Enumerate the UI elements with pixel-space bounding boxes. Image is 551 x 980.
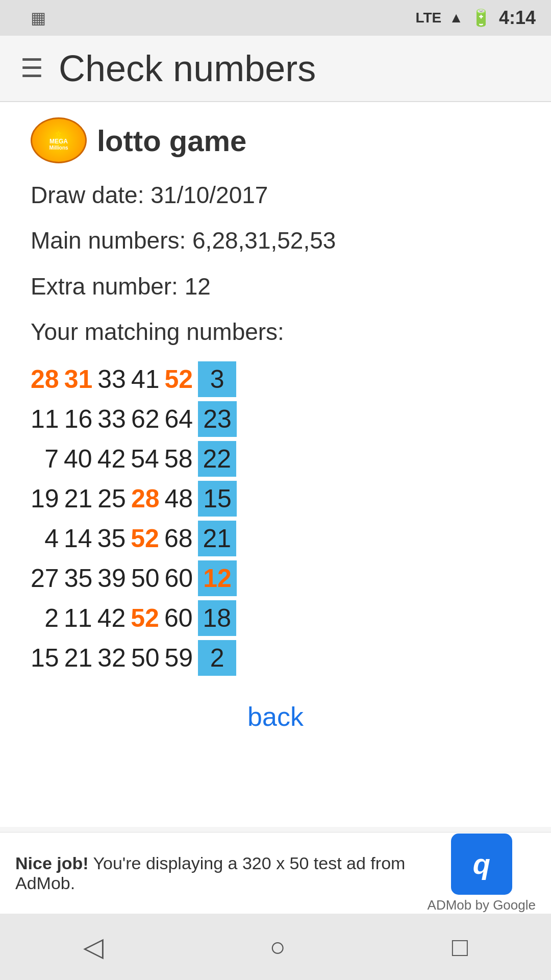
number-cell: 14 <box>64 524 97 553</box>
extra-number-cell: 15 <box>198 481 237 517</box>
ad-text: Nice job! You're displaying a 320 x 50 t… <box>15 853 417 893</box>
number-cell: 62 <box>131 404 165 434</box>
numbers-grid: 2831334152311163362642374042545822192125… <box>31 361 520 676</box>
number-cell: 40 <box>64 444 97 474</box>
number-cell: 59 <box>165 643 198 673</box>
extra-number: Extra number: 12 <box>31 270 520 303</box>
back-button[interactable]: back <box>247 701 304 732</box>
main-content: ☆ MEGA Millions lotto game Draw date: 31… <box>0 102 551 827</box>
number-cell: 25 <box>97 484 131 513</box>
menu-icon[interactable]: ☰ <box>20 54 43 83</box>
number-cell: 19 <box>31 484 64 513</box>
admob-logo: q <box>451 834 512 895</box>
number-cell: 16 <box>64 404 98 434</box>
number-cell: 58 <box>164 444 198 474</box>
number-cell: 39 <box>97 564 131 593</box>
notification-icons: ▦ <box>31 8 46 28</box>
nav-home-button[interactable]: ○ <box>270 932 286 962</box>
number-cell: 4 <box>31 524 64 553</box>
main-numbers: Main numbers: 6,28,31,52,53 <box>31 224 520 257</box>
number-cell: 33 <box>97 404 131 434</box>
number-cell: 21 <box>64 484 98 513</box>
number-cell: 11 <box>64 603 97 633</box>
number-cell: 41 <box>131 364 165 394</box>
number-cell: 28 <box>31 364 64 394</box>
number-cell: 42 <box>97 603 131 633</box>
number-cell: 32 <box>97 643 131 673</box>
game-title: lotto game <box>97 124 246 158</box>
table-row: 192125284815 <box>31 481 520 517</box>
nav-bar: ◁ ○ □ <box>0 914 551 980</box>
number-cell: 52 <box>131 603 164 633</box>
number-cell: 21 <box>64 643 98 673</box>
number-cell: 35 <box>97 524 131 553</box>
number-cell: 68 <box>164 524 198 553</box>
extra-number-cell: 12 <box>198 560 237 596</box>
number-cell: 7 <box>31 444 64 474</box>
table-row: 273539506012 <box>31 560 520 596</box>
number-cell: 27 <box>31 564 64 593</box>
lte-indicator: LTE <box>415 10 441 26</box>
number-cell: 15 <box>31 643 64 673</box>
status-icons: LTE ▲ 🔋 4:14 <box>415 7 536 29</box>
table-row: 21142526018 <box>31 600 520 636</box>
draw-date: Draw date: 31/10/2017 <box>31 179 520 211</box>
number-cell: 60 <box>165 564 198 593</box>
admob-tagline: ADMob by Google <box>428 897 536 913</box>
signal-icon: ▲ <box>449 10 463 26</box>
number-cell: 54 <box>131 444 164 474</box>
number-cell: 52 <box>131 524 164 553</box>
mega-millions-logo: ☆ MEGA Millions <box>31 117 87 163</box>
nav-back-button[interactable]: ◁ <box>83 932 104 962</box>
extra-number-cell: 22 <box>198 441 237 477</box>
number-cell: 11 <box>31 404 64 434</box>
table-row: 28313341523 <box>31 361 520 397</box>
status-bar: ▦ LTE ▲ 🔋 4:14 <box>0 0 551 36</box>
extra-number-cell: 2 <box>198 640 236 676</box>
number-cell: 48 <box>165 484 198 513</box>
number-cell: 31 <box>64 364 98 394</box>
game-header: ☆ MEGA Millions lotto game <box>31 117 520 163</box>
table-row: 15213250592 <box>31 640 520 676</box>
draw-info: Draw date: 31/10/2017 Main numbers: 6,28… <box>31 179 520 349</box>
number-cell: 52 <box>165 364 198 394</box>
ad-message: Nice job! You're displaying a 320 x 50 t… <box>15 853 417 893</box>
number-cell: 28 <box>131 484 165 513</box>
extra-number-cell: 23 <box>198 401 237 437</box>
number-cell: 60 <box>164 603 198 633</box>
table-row: 41435526821 <box>31 521 520 556</box>
matching-label: Your matching numbers: <box>31 315 520 348</box>
number-cell: 35 <box>64 564 98 593</box>
number-cell: 33 <box>97 364 131 394</box>
battery-icon: 🔋 <box>471 8 491 28</box>
ad-banner[interactable]: Nice job! You're displaying a 320 x 50 t… <box>0 832 551 914</box>
app-bar: ☰ Check numbers <box>0 36 551 102</box>
number-cell: 50 <box>131 643 165 673</box>
number-cell: 50 <box>131 564 165 593</box>
number-cell: 64 <box>165 404 198 434</box>
extra-number-cell: 21 <box>198 521 237 556</box>
number-cell: 42 <box>97 444 131 474</box>
table-row: 111633626423 <box>31 401 520 437</box>
number-cell: 2 <box>31 603 64 633</box>
clock: 4:14 <box>499 7 536 29</box>
extra-number-cell: 3 <box>198 361 236 397</box>
nav-recents-button[interactable]: □ <box>452 932 468 962</box>
table-row: 74042545822 <box>31 441 520 477</box>
back-button-container: back <box>31 701 520 732</box>
page-title: Check numbers <box>59 47 316 89</box>
extra-number-cell: 18 <box>198 600 237 636</box>
